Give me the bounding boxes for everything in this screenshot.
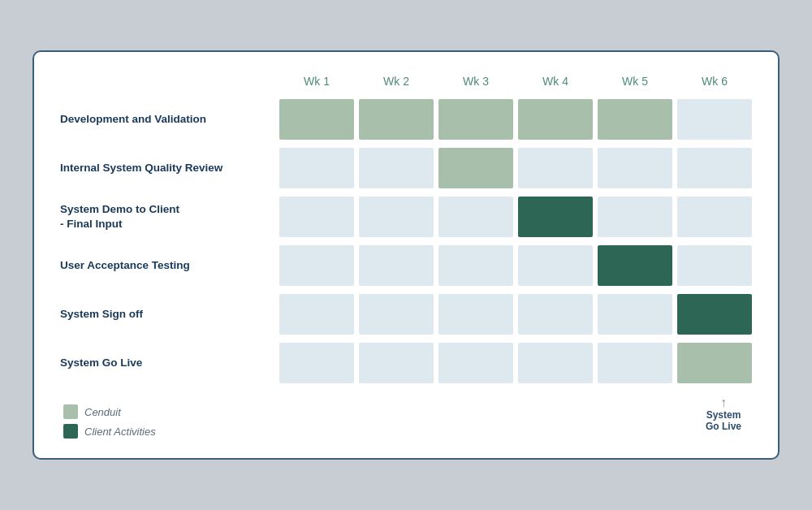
week-header-4: Wk 4 [518, 75, 593, 88]
week-cell-r0-c1 [359, 99, 434, 140]
week-cell-r3-c3 [518, 245, 593, 286]
week-header-5: Wk 5 [598, 75, 672, 88]
gantt-row: System Sign off [60, 294, 752, 335]
week-cell-r4-c5 [677, 294, 752, 335]
week-cell-r3-c1 [359, 245, 434, 286]
row-label-1: Internal System Quality Review [60, 161, 279, 175]
week-cell-r3-c2 [438, 245, 513, 286]
week-cell-r0-c0 [279, 99, 354, 140]
week-cell-r3-c0 [279, 245, 354, 286]
legend-item-1: Client Activities [63, 424, 156, 439]
header-row: Wk 1Wk 2Wk 3Wk 4Wk 5Wk 6 [60, 75, 752, 88]
week-cell-r1-c2 [438, 148, 513, 188]
week-header-1: Wk 1 [279, 75, 354, 88]
week-cell-r1-c4 [598, 148, 672, 188]
week-cell-r2-c3 [518, 197, 593, 237]
week-cell-r4-c2 [438, 294, 513, 335]
legend: CenduitClient Activities [60, 404, 156, 439]
week-header-3: Wk 3 [438, 75, 513, 88]
week-cell-r2-c5 [677, 197, 752, 237]
legend-item-0: Cenduit [63, 404, 156, 419]
legend-label-1: Client Activities [84, 426, 156, 438]
week-cell-r1-c1 [359, 148, 434, 188]
row-cells-3 [279, 245, 752, 286]
week-cell-r4-c3 [518, 294, 593, 335]
week-cell-r0-c3 [518, 99, 593, 140]
gantt-row: System Demo to Client - Final Input [60, 197, 752, 237]
week-cell-r1-c5 [677, 148, 752, 188]
legend-label-0: Cenduit [84, 406, 121, 418]
row-label-0: Development and Validation [60, 112, 279, 127]
week-cell-r5-c3 [518, 343, 593, 383]
week-cell-r0-c5 [677, 99, 752, 140]
week-cell-r5-c1 [359, 343, 434, 383]
row-cells-0 [279, 99, 752, 140]
week-cell-r3-c5 [677, 245, 752, 286]
legend-swatch-0 [63, 404, 78, 419]
week-cell-r1-c3 [518, 148, 593, 188]
go-live-annotation: ↑ SystemGo Live [695, 396, 752, 433]
week-cell-r0-c2 [438, 99, 513, 140]
week-cell-r4-c4 [598, 294, 672, 335]
gantt-row: System Go Live [60, 343, 752, 383]
week-cell-r5-c0 [279, 343, 354, 383]
go-live-label: SystemGo Live [706, 409, 741, 433]
row-label-4: System Sign off [60, 307, 279, 322]
week-header-6: Wk 6 [677, 75, 752, 88]
row-label-5: System Go Live [60, 356, 279, 370]
go-live-arrow: ↑ [720, 396, 727, 409]
row-cells-1 [279, 148, 752, 188]
gantt-chart-card: Wk 1Wk 2Wk 3Wk 4Wk 5Wk 6 Development and… [32, 50, 780, 460]
week-cell-r5-c2 [438, 343, 513, 383]
week-cell-r2-c2 [438, 197, 513, 237]
week-cell-r4-c0 [279, 294, 354, 335]
row-cells-5 [279, 343, 752, 383]
row-label-2: System Demo to Client - Final Input [60, 202, 279, 231]
week-cell-r2-c4 [598, 197, 672, 237]
gantt-rows: Development and ValidationInternal Syste… [60, 99, 752, 383]
gantt-row: User Acceptance Testing [60, 245, 752, 286]
week-cell-r5-c4 [598, 343, 672, 383]
row-cells-4 [279, 294, 752, 335]
gantt-row: Development and Validation [60, 99, 752, 140]
row-cells-2 [279, 197, 752, 237]
bottom-area: CenduitClient Activities ↑ SystemGo Live [60, 391, 752, 439]
week-cell-r2-c0 [279, 197, 354, 237]
gantt-row: Internal System Quality Review [60, 148, 752, 188]
week-cell-r1-c0 [279, 148, 354, 188]
week-cell-r4-c1 [359, 294, 434, 335]
row-label-3: User Acceptance Testing [60, 258, 279, 273]
legend-swatch-1 [63, 424, 78, 439]
weeks-header: Wk 1Wk 2Wk 3Wk 4Wk 5Wk 6 [279, 75, 752, 88]
week-cell-r2-c1 [359, 197, 434, 237]
week-header-2: Wk 2 [359, 75, 434, 88]
week-cell-r3-c4 [598, 245, 672, 286]
week-cell-r0-c4 [598, 99, 672, 140]
week-cell-r5-c5 [677, 343, 752, 383]
